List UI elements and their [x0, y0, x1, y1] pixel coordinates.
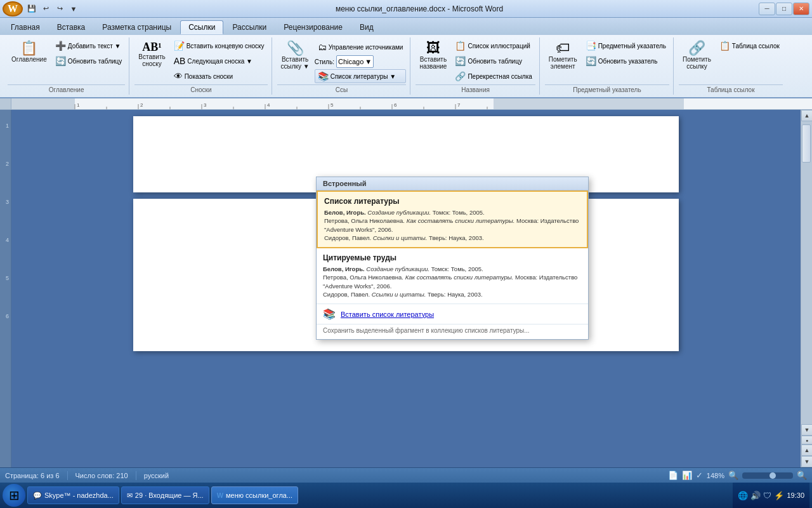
figures-icon: 📋	[455, 41, 466, 51]
scroll-down-button[interactable]: ▼	[801, 424, 812, 436]
caption-icon: 🖼	[426, 41, 440, 55]
insert-bibliography-action[interactable]: 📚 Вставить список литературы	[317, 304, 588, 324]
show-notes-button[interactable]: 👁 Показать сноски	[171, 69, 268, 83]
network-icon: 🌐	[738, 491, 748, 500]
cross-ref-button[interactable]: 🔗 Перекрестная ссылка	[452, 69, 535, 83]
group-citations: 📎 Вставитьссылку ▼ 🗂 Управление источник…	[273, 37, 411, 95]
insert-citation-button[interactable]: 📎 Вставитьссылку ▼	[277, 39, 313, 72]
scroll-select-browse-button[interactable]: ●	[801, 436, 812, 444]
undo-qa-button[interactable]: ↩	[39, 3, 52, 15]
biblio-item-title: Список литературы	[324, 197, 580, 206]
redo-qa-button[interactable]: ↪	[53, 3, 66, 15]
scroll-prev-button[interactable]: ▲	[801, 444, 812, 456]
page-num-4: 4	[6, 237, 9, 243]
update-fig-icon: 🔄	[455, 56, 466, 66]
add-text-button[interactable]: ➕ Добавить текст ▼	[52, 39, 126, 53]
word-icon: W	[217, 491, 223, 499]
ruler: 1 2 3 4 5 6 7	[11, 98, 812, 110]
mail-icon: ✉	[127, 491, 133, 500]
dropdown-section-title: Встроенный	[317, 177, 588, 190]
svg-rect-1	[11, 98, 75, 110]
next-note-icon: AB	[174, 56, 186, 66]
zoom-out-icon[interactable]: 🔍	[728, 471, 738, 480]
mark-entry-button[interactable]: 🏷 Пометитьэлемент	[545, 39, 581, 72]
taskbar-right: 🌐 🔊 🛡 ⚡ 19:30	[733, 483, 809, 508]
pred-ukaz-button[interactable]: 📑 Предметный указатель	[582, 39, 669, 53]
clock: 19:30	[787, 491, 804, 499]
tab-layout[interactable]: Разметка страницы	[94, 20, 180, 34]
svg-text:4: 4	[267, 102, 270, 108]
tab-home[interactable]: Главная	[3, 20, 48, 34]
antivirus-icon: 🛡	[763, 491, 771, 500]
group-footnotes: AB¹ Вставитьсноску 📝 Вставить концевую с…	[131, 37, 272, 95]
taskbar: ⊞ 💬 Skype™ - nadezhda... ✉ 29 · Входящие…	[0, 483, 812, 508]
svg-text:5: 5	[331, 102, 334, 108]
tab-insert[interactable]: Вставка	[49, 20, 94, 34]
page-num-6: 6	[6, 313, 9, 319]
customize-qa-button[interactable]: ▼	[67, 3, 80, 15]
main-area: Главная Вставка Разметка страницы Ссылки…	[0, 18, 812, 483]
close-button[interactable]: ✕	[793, 3, 809, 15]
minimize-button[interactable]: ─	[759, 3, 775, 15]
toc-button[interactable]: 📋 Оглавление	[8, 39, 51, 65]
zoom-slider[interactable]	[742, 472, 793, 479]
scroll-up-button[interactable]: ▲	[801, 110, 812, 121]
scroll-thumb[interactable]	[802, 124, 811, 163]
ribbon: Главная Вставка Разметка страницы Ссылки…	[0, 18, 812, 98]
style-combo[interactable]: Chicago ▼	[336, 55, 374, 68]
svg-text:1: 1	[77, 102, 80, 108]
add-text-icon: ➕	[55, 41, 66, 51]
tab-refs[interactable]: Ссылки	[180, 20, 223, 34]
taskbar-word[interactable]: W меню ссылки_огла...	[211, 486, 298, 504]
office-button[interactable]: W	[3, 1, 23, 17]
insert-caption-button[interactable]: 🖼 Вставитьназвание	[416, 39, 450, 72]
taskbar-skype[interactable]: 💬 Skype™ - nadezhda...	[27, 486, 119, 504]
taskbar-mail[interactable]: ✉ 29 · Входящие — Я...	[121, 486, 209, 504]
window-controls: ─ □ ✕	[759, 3, 809, 15]
update-idx-icon: 🔄	[586, 56, 596, 66]
bibliography-button[interactable]: 📚 Список литературы ▼	[315, 69, 407, 83]
tab-view[interactable]: Вид	[351, 20, 382, 34]
biblio-item-content: Белов, Игорь. Создание публикации. Томск…	[324, 208, 580, 242]
title-bar-left: W 💾 ↩ ↪ ▼	[3, 1, 80, 17]
vertical-scrollbar[interactable]: ▲ ▼ ● ▲ ▼	[801, 110, 812, 467]
insert-endnote-button[interactable]: 📝 Вставить концевую сноску	[171, 39, 268, 53]
group-footnotes-content: AB¹ Вставитьсноску 📝 Вставить концевую с…	[134, 39, 267, 83]
update-figures-button[interactable]: 🔄 Обновить таблицу	[452, 54, 535, 68]
insert-bib-label: Вставить список литературы	[341, 311, 434, 318]
group-captions-content: 🖼 Вставитьназвание 📋 Список иллюстраций …	[416, 39, 535, 83]
group-linktable-label: Таблица ссылок	[679, 84, 783, 93]
cited-item-title: Цитируемые труды	[323, 253, 582, 262]
next-footnote-button[interactable]: AB Следующая сноска ▼	[171, 54, 268, 68]
save-qa-button[interactable]: 💾	[25, 3, 38, 15]
tab-mail[interactable]: Рассылки	[224, 20, 275, 34]
tab-review[interactable]: Рецензирование	[275, 20, 351, 34]
group-toc: 📋 Оглавление ➕ Добавить текст ▼ 🔄 Обнови…	[4, 37, 129, 95]
update-table-button[interactable]: 🔄 Обновить таблицу	[52, 54, 126, 68]
update-index-button[interactable]: 🔄 Обновить указатель	[582, 54, 669, 68]
zoom-in-icon[interactable]: 🔍	[797, 471, 807, 480]
manage-sources-button[interactable]: 🗂 Управление источниками	[315, 40, 407, 54]
bibliography-list-item[interactable]: Список литературы Белов, Игорь. Создание…	[317, 190, 588, 248]
save-to-gallery-label: Сохранить выделенный фрагмент в коллекци…	[317, 324, 588, 339]
battery-icon: ⚡	[774, 491, 784, 500]
crossref-icon: 🔗	[455, 71, 466, 81]
restore-button[interactable]: □	[776, 3, 792, 15]
endnote-icon: 📝	[174, 41, 185, 51]
insert-footnote-button[interactable]: AB¹ Вставитьсноску	[134, 39, 169, 70]
scroll-next-button[interactable]: ▼	[801, 456, 812, 467]
words-status: Число слов: 210	[75, 472, 128, 479]
mark-citation-button[interactable]: 🔗 Пометитьссылку	[679, 39, 715, 72]
list-figures-button[interactable]: 📋 Список иллюстраций	[452, 39, 535, 53]
cited-item-content: Белов, Игорь. Создание публикации. Томск…	[323, 265, 582, 298]
status-bar: Страница: 6 из 6 Число слов: 210 русский…	[0, 467, 812, 483]
ruler-corner	[0, 98, 11, 110]
start-button[interactable]: ⊞	[3, 484, 25, 507]
document-region: 1 2 3 4 5 6 ▲ ▼ ● ▲ ▼ Встроенный	[0, 110, 812, 467]
group-linktable-content: 🔗 Пометитьссылку 📋 Таблица ссылок	[679, 39, 783, 83]
table-citations-button[interactable]: 📋 Таблица ссылок	[716, 39, 783, 53]
quick-access-toolbar: 💾 ↩ ↪ ▼	[25, 3, 80, 15]
scroll-track[interactable]	[801, 121, 812, 424]
manage-src-icon: 🗂	[318, 42, 327, 52]
cited-works-item[interactable]: Цитируемые труды Белов, Игорь. Создание …	[317, 248, 588, 304]
